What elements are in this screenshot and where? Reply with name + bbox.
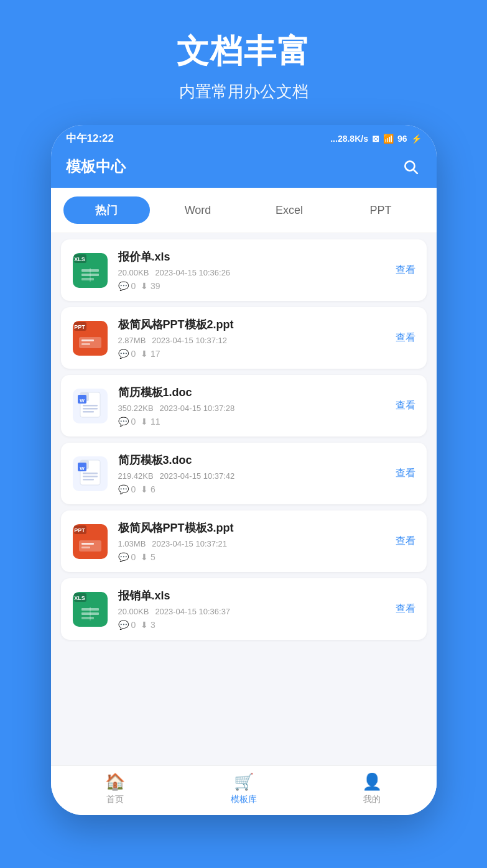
file-name-5: 极简风格PPT模板3.ppt (118, 520, 386, 535)
file-size-5: 1.03MB (118, 539, 146, 548)
tab-word[interactable]: Word (155, 198, 241, 223)
file-info-1: 报价单.xls 20.00KB 2023-04-15 10:36:26 💬 0 … (118, 249, 386, 291)
file-icon-ppt-5: PPT (72, 524, 108, 560)
file-info-6: 报销单.xls 20.00KB 2023-04-15 10:36:37 💬 0 … (118, 588, 386, 630)
nav-templates[interactable]: 🛒 模板库 (179, 772, 308, 805)
app-header: 模板中心 (51, 149, 437, 188)
comment-stat-3: 💬 0 (118, 417, 136, 427)
download-stat-4: ⬇ 6 (141, 484, 155, 494)
file-date-1: 2023-04-15 10:36:26 (155, 268, 230, 277)
file-size-2: 2.87MB (118, 336, 146, 345)
file-date-6: 2023-04-15 10:36:37 (155, 607, 230, 616)
svg-rect-42 (81, 617, 94, 619)
svg-line-1 (413, 170, 417, 173)
app-header-title: 模板中心 (66, 157, 126, 177)
file-stats-3: 💬 0 ⬇ 11 (118, 417, 386, 427)
view-button-2[interactable]: 查看 (396, 331, 415, 344)
comment-stat-2: 💬 0 (118, 349, 136, 359)
view-button-6[interactable]: 查看 (396, 603, 415, 616)
comment-stat-4: 💬 0 (118, 484, 136, 494)
file-info-5: 极简风格PPT模板3.ppt 1.03MB 2023-04-15 10:37:2… (118, 520, 386, 562)
download-stat-1: ⬇ 39 (141, 281, 160, 291)
svg-rect-28 (83, 473, 98, 474)
charging-icon: ⚡ (411, 134, 422, 144)
wifi-icon: 📶 (383, 134, 394, 144)
file-icon-ppt-2: PPT (72, 320, 108, 356)
signal-icon: ⊠ (372, 134, 379, 144)
category-tab-bar: 热门 Word Excel PPT (51, 188, 437, 233)
file-stats-2: 💬 0 ⬇ 17 (118, 349, 386, 359)
tab-hot[interactable]: 热门 (63, 196, 150, 224)
phone-shell: 中午12:22 ...28.8K/s ⊠ 📶 96 ⚡ 模板中心 热门 Word… (51, 125, 437, 815)
view-button-1[interactable]: 查看 (396, 264, 415, 277)
battery-level: 96 (397, 134, 407, 144)
file-meta-4: 219.42KB 2023-04-15 10:37:42 (118, 471, 386, 481)
svg-text:W: W (80, 398, 85, 404)
svg-text:XLS: XLS (74, 256, 85, 262)
bottom-navigation: 🏠 首页 🛒 模板库 👤 我的 (51, 765, 437, 815)
file-stats-1: 💬 0 ⬇ 39 (118, 281, 386, 291)
file-date-3: 2023-04-15 10:37:28 (160, 404, 235, 413)
file-icon-xls-1: XLS (72, 252, 108, 289)
file-stats-6: 💬 0 ⬇ 3 (118, 620, 386, 630)
file-meta-2: 2.87MB 2023-04-15 10:37:12 (118, 336, 386, 345)
nav-home[interactable]: 🏠 首页 (51, 772, 180, 805)
svg-text:W: W (80, 466, 85, 471)
file-icon-xls-6: XLS (72, 591, 108, 627)
comment-stat-1: 💬 0 (118, 281, 136, 291)
svg-rect-14 (81, 343, 90, 345)
hero-section: 文档丰富 内置常用办公文档 (0, 0, 487, 125)
file-name-1: 报价单.xls (118, 249, 386, 264)
file-meta-5: 1.03MB 2023-04-15 10:37:21 (118, 539, 386, 548)
file-info-3: 简历模板1.doc 350.22KB 2023-04-15 10:37:28 💬… (118, 385, 386, 427)
nav-profile-label: 我的 (363, 794, 381, 805)
view-button-3[interactable]: 查看 (396, 399, 415, 412)
svg-text:PPT: PPT (74, 324, 85, 330)
download-stat-2: ⬇ 17 (141, 349, 160, 359)
file-size-1: 20.00KB (118, 268, 149, 277)
svg-rect-13 (81, 339, 94, 341)
file-date-2: 2023-04-15 10:37:12 (152, 336, 227, 345)
comment-stat-6: 💬 0 (118, 620, 136, 630)
svg-text:XLS: XLS (74, 595, 85, 601)
file-item-1: XLS 报价单.xls 20.00KB 2023-04-15 10:36:26 … (61, 239, 427, 301)
file-info-4: 简历模板3.doc 219.42KB 2023-04-15 10:37:42 💬… (118, 453, 386, 494)
nav-home-label: 首页 (106, 794, 124, 805)
file-date-5: 2023-04-15 10:37:21 (152, 539, 227, 548)
tab-excel[interactable]: Excel (246, 198, 333, 223)
svg-rect-20 (83, 405, 98, 407)
hero-subtitle: 内置常用办公文档 (0, 81, 487, 103)
network-speed: ...28.8K/s (330, 134, 368, 144)
templates-icon: 🛒 (234, 772, 254, 792)
file-size-3: 350.22KB (118, 404, 154, 413)
svg-rect-36 (81, 547, 90, 548)
file-icon-doc-3: W (72, 388, 108, 424)
hero-title: 文档丰富 (0, 30, 487, 73)
file-item-6: XLS 报销单.xls 20.00KB 2023-04-15 10:36:37 … (61, 578, 427, 640)
view-button-5[interactable]: 查看 (396, 535, 415, 548)
svg-rect-21 (83, 408, 98, 410)
file-info-2: 极简风格PPT模板2.ppt 2.87MB 2023-04-15 10:37:1… (118, 317, 386, 359)
view-button-4[interactable]: 查看 (396, 467, 415, 480)
download-stat-3: ⬇ 11 (141, 417, 160, 427)
svg-rect-35 (81, 543, 94, 545)
file-item-5: PPT 极简风格PPT模板3.ppt 1.03MB 2023-04-15 10:… (61, 510, 427, 572)
file-meta-3: 350.22KB 2023-04-15 10:37:28 (118, 404, 386, 413)
file-item-3: W 简历模板1.doc 350.22KB 2023-04-15 10:37:28… (61, 375, 427, 436)
nav-profile[interactable]: 👤 我的 (308, 772, 437, 805)
tab-ppt[interactable]: PPT (338, 198, 424, 223)
svg-rect-7 (81, 278, 94, 280)
svg-rect-22 (83, 411, 94, 413)
svg-text:PPT: PPT (74, 527, 85, 533)
nav-templates-label: 模板库 (231, 794, 257, 805)
file-list: XLS 报价单.xls 20.00KB 2023-04-15 10:36:26 … (51, 233, 437, 765)
profile-icon: 👤 (362, 772, 382, 792)
svg-rect-12 (79, 337, 101, 348)
svg-rect-29 (83, 476, 98, 478)
search-button[interactable] (399, 155, 422, 178)
status-time: 中午12:22 (66, 131, 114, 145)
comment-stat-5: 💬 0 (118, 552, 136, 562)
file-name-2: 极简风格PPT模板2.ppt (118, 317, 386, 332)
file-item-2: PPT 极简风格PPT模板2.ppt 2.87MB 2023-04-15 10:… (61, 307, 427, 369)
file-icon-doc-4: W (72, 456, 108, 492)
